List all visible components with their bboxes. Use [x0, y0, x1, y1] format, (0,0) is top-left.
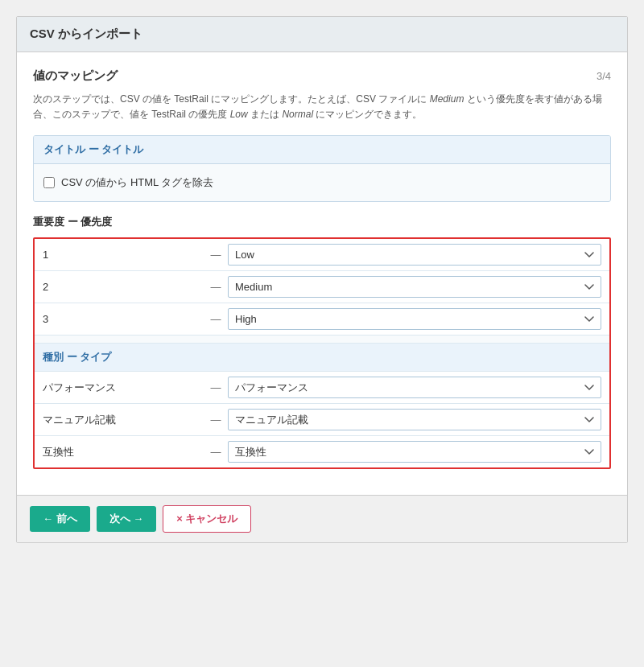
- step-title: 値のマッピング: [33, 68, 118, 84]
- priority-select-3[interactable]: Low Medium High Critical: [228, 308, 601, 330]
- step-indicator: 3/4: [597, 70, 611, 82]
- priority-select-1[interactable]: Low Medium High Critical: [228, 244, 601, 266]
- priority-select-2[interactable]: Low Medium High Critical: [228, 276, 601, 298]
- step-header: 値のマッピング 3/4: [33, 68, 611, 84]
- spacer-row: [35, 336, 609, 344]
- next-button[interactable]: 次へ →: [97, 506, 157, 532]
- type-select-wrap-performance: パフォーマンス マニュアル記載 互換性: [228, 377, 601, 398]
- type-label-performance: パフォーマンス: [43, 381, 204, 395]
- priority-mapping-grid: 1 — Low Medium High Critical 2 —: [33, 237, 611, 469]
- priority-select-wrap-1: Low Medium High Critical: [228, 244, 601, 266]
- type-select-wrap-manual: パフォーマンス マニュアル記載 互換性: [228, 409, 601, 430]
- type-label-manual: マニュアル記載: [43, 413, 204, 427]
- type-select-compat[interactable]: パフォーマンス マニュアル記載 互換性: [228, 441, 601, 463]
- priority-section-title: 重要度 ー 優先度: [33, 215, 611, 229]
- priority-arrow-2: —: [204, 281, 228, 293]
- prev-button[interactable]: ← 前へ: [30, 506, 90, 532]
- type-section-label: 種別 ー タイプ: [35, 344, 609, 372]
- dialog-title: CSV からインポート: [17, 17, 627, 52]
- title-section-content: CSV の値から HTML タグを除去: [34, 164, 610, 201]
- priority-row-2: 2 — Low Medium High Critical: [35, 271, 609, 303]
- priority-label-3: 3: [43, 313, 204, 325]
- type-arrow-compat: —: [204, 446, 228, 458]
- description: 次のステップでは、CSV の値を TestRail にマッピングします。たとえば…: [33, 92, 611, 122]
- type-label-compat: 互換性: [43, 445, 204, 459]
- title-section: タイトル ー タイトル CSV の値から HTML タグを除去: [33, 135, 611, 202]
- type-row-performance: パフォーマンス — パフォーマンス マニュアル記載 互換性: [35, 372, 609, 404]
- html-tag-checkbox[interactable]: [43, 177, 55, 188]
- type-select-manual[interactable]: パフォーマンス マニュアル記載 互換性: [228, 409, 601, 430]
- html-tag-label: CSV の値から HTML タグを除去: [61, 175, 213, 190]
- dialog-footer: ← 前へ 次へ → × キャンセル: [17, 495, 627, 542]
- type-row-manual: マニュアル記載 — パフォーマンス マニュアル記載 互換性: [35, 404, 609, 436]
- priority-arrow-3: —: [204, 313, 228, 325]
- priority-select-wrap-3: Low Medium High Critical: [228, 308, 601, 330]
- priority-mapping-section: 重要度 ー 優先度 1 — Low Medium High Critical: [33, 215, 611, 469]
- priority-row-3: 3 — Low Medium High Critical: [35, 303, 609, 336]
- cancel-button[interactable]: × キャンセル: [163, 505, 251, 533]
- import-dialog: CSV からインポート 値のマッピング 3/4 次のステップでは、CSV の値を…: [16, 16, 628, 543]
- type-select-wrap-compat: パフォーマンス マニュアル記載 互換性: [228, 441, 601, 463]
- title-section-header: タイトル ー タイトル: [34, 136, 610, 164]
- priority-row-1: 1 — Low Medium High Critical: [35, 239, 609, 271]
- type-arrow-performance: —: [204, 381, 228, 393]
- html-tag-checkbox-row: CSV の値から HTML タグを除去: [43, 172, 601, 193]
- type-arrow-manual: —: [204, 414, 228, 426]
- priority-select-wrap-2: Low Medium High Critical: [228, 276, 601, 298]
- priority-label-2: 2: [43, 281, 204, 293]
- type-select-performance[interactable]: パフォーマンス マニュアル記載 互換性: [228, 377, 601, 398]
- dialog-body: 値のマッピング 3/4 次のステップでは、CSV の値を TestRail にマ…: [17, 52, 627, 495]
- priority-arrow-1: —: [204, 249, 228, 261]
- priority-label-1: 1: [43, 249, 204, 261]
- type-row-compat: 互換性 — パフォーマンス マニュアル記載 互換性: [35, 436, 609, 467]
